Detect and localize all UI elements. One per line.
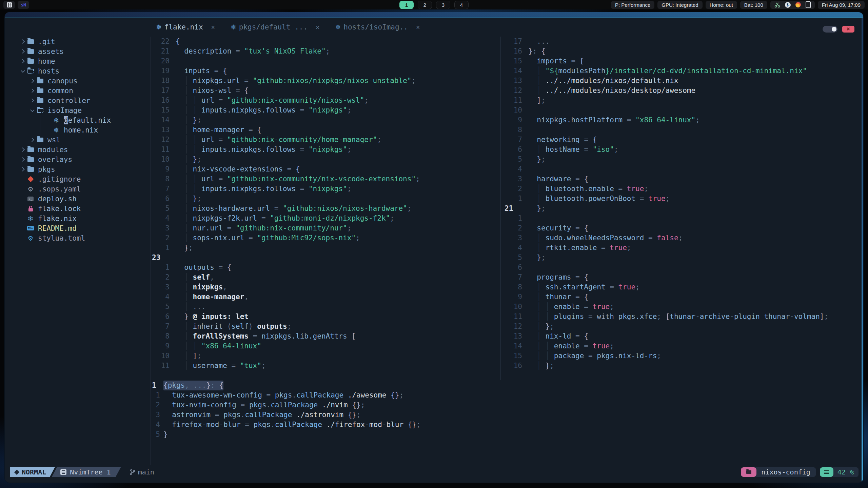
- window-toggle-button[interactable]: [823, 26, 837, 33]
- code-line[interactable]: 4: [505, 164, 859, 174]
- code-line[interactable]: 8 │ │ url = "github:nix-community/nix-vs…: [152, 174, 498, 184]
- split-separator[interactable]: [500, 37, 501, 380]
- clock[interactable]: Fri Aug 09, 17:09: [818, 1, 865, 9]
- code-line[interactable]: 1 tux-awesome-wm-config = pkgs.callPacka…: [152, 390, 857, 400]
- code-line[interactable]: 19 inputs = {: [152, 66, 498, 76]
- status-chip-home[interactable]: Home: out: [706, 1, 737, 9]
- code-line[interactable]: 2 tux-nvim-config = pkgs.callPackage ./n…: [152, 400, 857, 410]
- code-line[interactable]: 15 imports = [: [505, 56, 859, 66]
- code-line[interactable]: 1 │ bluetooth.powerOnBoot = true;: [505, 194, 859, 204]
- tree-item-modules[interactable]: modules: [10, 145, 150, 155]
- tree-item-readme-md[interactable]: M↓README.md: [10, 223, 150, 233]
- code-line[interactable]: 7 │ │ inputs.nixpkgs.follows = "nixpkgs"…: [152, 184, 498, 194]
- code-line[interactable]: 3 │ nur.url = "github:nix-community/nur"…: [152, 223, 498, 233]
- tree-item-isoimage[interactable]: isoImage: [10, 105, 150, 115]
- workspace-1[interactable]: 1: [399, 1, 414, 9]
- code-line[interactable]: 10 │ │ enable = true;: [505, 302, 859, 312]
- tree-item-controller[interactable]: controller: [10, 96, 150, 105]
- tree-item-flake-nix[interactable]: ❄flake.nix: [10, 214, 150, 223]
- tree-item-gitignore[interactable]: .gitignore: [10, 174, 150, 184]
- tree-item-common[interactable]: common: [10, 86, 150, 96]
- code-line[interactable]: 6: [505, 263, 859, 272]
- code-line[interactable]: 7 │ inherit (self) outputs;: [152, 322, 498, 331]
- code-line[interactable]: 1{pkgs, ...}: {: [152, 381, 857, 390]
- tree-item-git[interactable]: .git: [10, 37, 150, 46]
- code-line[interactable]: 9 │ │ "x86_64-linux": [152, 341, 498, 351]
- code-line[interactable]: 15 │ │ inputs.nixpkgs.follows = "nixpkgs…: [152, 105, 498, 115]
- code-line[interactable]: 21 };: [505, 204, 859, 214]
- workspace-4[interactable]: 4: [454, 1, 469, 9]
- code-line[interactable]: 12 │ };: [505, 322, 859, 331]
- tray-icons[interactable]: ᛒ: [770, 1, 815, 9]
- status-chip-gpu[interactable]: GPU: Integrated: [657, 1, 702, 9]
- tab-flake-nix[interactable]: ❄flake.nix×: [156, 23, 215, 31]
- code-line[interactable]: 8: [505, 125, 859, 135]
- tree-item-overlays[interactable]: overlays: [10, 155, 150, 164]
- code-line[interactable]: 6 } @ inputs: let: [152, 312, 498, 322]
- code-line[interactable]: 23: [152, 253, 498, 263]
- tab-close-icon[interactable]: ×: [416, 23, 420, 31]
- tree-item-sops-yaml[interactable]: ⚙.sops.yaml: [10, 184, 150, 194]
- code-line[interactable]: 5}: [152, 430, 857, 440]
- code-line[interactable]: 14 │ };: [152, 115, 498, 125]
- code-line[interactable]: 12 │ ../../modules/nixos/desktop/awesome: [505, 86, 859, 96]
- code-line[interactable]: 5 };: [505, 155, 859, 164]
- code-line[interactable]: 11 │ │ plugins = with pkgs.xfce; [thunar…: [505, 312, 859, 322]
- code-line[interactable]: 8 │ ssh.startAgent = true;: [505, 282, 859, 292]
- code-line[interactable]: 20: [152, 56, 498, 66]
- code-line[interactable]: 9 │ nix-vscode-extensions = {: [152, 164, 498, 174]
- tab-close-icon[interactable]: ×: [211, 23, 215, 31]
- code-line[interactable]: 1 outputs = {: [152, 263, 498, 272]
- code-line[interactable]: 3 hardware = {: [505, 174, 859, 184]
- code-line[interactable]: 22{: [152, 37, 498, 46]
- code-line[interactable]: 2 │ bluetooth.enable = true;: [505, 184, 859, 194]
- status-chip-p[interactable]: P: Performance: [611, 1, 654, 9]
- code-line[interactable]: 9 │ thunar = {: [505, 292, 859, 302]
- tree-item-home[interactable]: home: [10, 56, 150, 66]
- code-line[interactable]: 10: [505, 105, 859, 115]
- code-line[interactable]: 16 │ │ url = "github:nix-community/nixos…: [152, 96, 498, 105]
- code-line[interactable]: 14 │ "${modulesPath}/installer/cd-dvd/in…: [505, 66, 859, 76]
- code-line[interactable]: 16 │ };: [505, 361, 859, 371]
- code-line[interactable]: 9 nixpkgs.hostPlatform = "x86_64-linux";: [505, 115, 859, 125]
- code-line[interactable]: 3 astronvim = pkgs.callPackage ./astronv…: [152, 410, 857, 420]
- code-line[interactable]: 13 │ ../../modules/nixos/default.nix: [505, 76, 859, 86]
- code-line[interactable]: 8 │ forAllSystems = nixpkgs.lib.genAttrs…: [152, 331, 498, 341]
- shell-launcher-button[interactable]: $N: [18, 1, 29, 9]
- code-line[interactable]: 11 │ username = "tux";: [152, 361, 498, 371]
- code-line[interactable]: 10 │ };: [152, 155, 498, 164]
- tree-item-stylua-toml[interactable]: ⚙stylua.toml: [10, 233, 150, 243]
- code-line[interactable]: 4 firefox-mod-blur = pkgs.callPackage ./…: [152, 420, 857, 430]
- code-line[interactable]: 6 │ };: [152, 194, 498, 204]
- code-line[interactable]: 12 │ │ url = "github:nix-community/home-…: [152, 135, 498, 145]
- code-line[interactable]: 17 ...: [505, 37, 859, 46]
- code-line[interactable]: 7 networking = {: [505, 135, 859, 145]
- tree-item-home-nix[interactable]: ❄home.nix: [10, 125, 150, 135]
- tree-item-canopus[interactable]: canopus: [10, 76, 150, 86]
- apps-menu-button[interactable]: [3, 1, 15, 9]
- code-line[interactable]: 3 │ nixpkgs,: [152, 282, 498, 292]
- code-line[interactable]: 2 security = {: [505, 223, 859, 233]
- code-line[interactable]: 4 │ nixpkgs-f2k.url = "github:moni-dz/ni…: [152, 214, 498, 223]
- code-line[interactable]: 13 │ home-manager = {: [152, 125, 498, 135]
- tree-item-hosts[interactable]: hosts: [10, 66, 150, 76]
- code-line[interactable]: 4 │ home-manager,: [152, 292, 498, 302]
- code-line[interactable]: 4 │ rtkit.enable = true;: [505, 243, 859, 253]
- code-line[interactable]: 11 │ │ inputs.nixpkgs.follows = "nixpkgs…: [152, 145, 498, 155]
- code-line[interactable]: 7 programs = {: [505, 272, 859, 282]
- code-line[interactable]: 21 description = "tux's NixOS Flake";: [152, 46, 498, 56]
- tab-pkgs-default[interactable]: ❄pkgs/default ...×: [231, 23, 320, 31]
- code-line[interactable]: 2 │ self,: [152, 272, 498, 282]
- code-line[interactable]: 15 │ │ package = pkgs.nix-ld-rs;: [505, 351, 859, 361]
- code-line[interactable]: 13 │ nix-ld = {: [505, 331, 859, 341]
- code-line[interactable]: 1 };: [152, 243, 498, 253]
- window-close-button[interactable]: ×: [842, 26, 854, 33]
- tab-close-icon[interactable]: ×: [316, 23, 319, 31]
- code-line[interactable]: 11 ];: [505, 96, 859, 105]
- code-line[interactable]: 6 │ hostName = "iso";: [505, 145, 859, 155]
- code-line[interactable]: 5 │ nixos-hardware.url = "github:nixos/n…: [152, 204, 498, 214]
- code-line[interactable]: 1: [505, 214, 859, 223]
- code-line[interactable]: 17 │ nixos-wsl = {: [152, 86, 498, 96]
- code-line[interactable]: 16}: {: [505, 46, 859, 56]
- tree-item-wsl[interactable]: wsl: [10, 135, 150, 145]
